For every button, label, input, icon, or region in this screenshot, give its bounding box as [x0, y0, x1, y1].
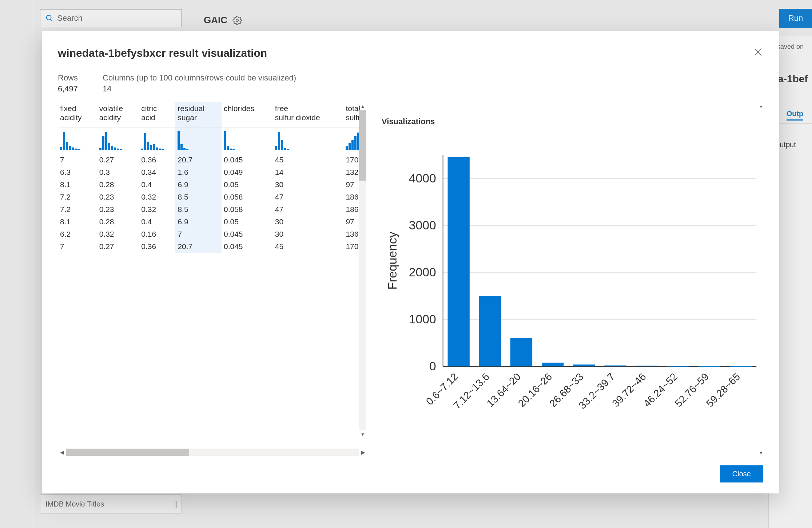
cell-volatile_acidity: 0.23 — [97, 203, 139, 216]
cell-chlorides: 0.049 — [222, 166, 273, 178]
viz-vertical-scrollbar[interactable]: ▲ ▼ — [757, 102, 765, 457]
sparkline-chlorides — [222, 127, 273, 154]
svg-rect-20 — [510, 338, 532, 366]
cell-chlorides: 0.058 — [222, 203, 273, 216]
rows-label: Rows — [58, 73, 78, 83]
cell-chlorides: 0.045 — [222, 228, 273, 240]
table-row[interactable]: 6.30.30.341.60.04914132 — [58, 166, 367, 178]
table-row[interactable]: 70.270.3620.70.04545170 — [58, 154, 367, 166]
columns-value: 14 — [103, 84, 296, 94]
table-row[interactable]: 7.20.230.328.50.05847186 — [58, 203, 367, 216]
column-header-volatile_acidity[interactable]: volatileacidity — [97, 102, 139, 127]
scroll-thumb[interactable] — [66, 449, 189, 456]
histogram-chart: 01000200030004000Frequency0.6~7.127.12~1… — [382, 133, 763, 457]
table-horizontal-scrollbar[interactable]: ◀ ▶ — [58, 448, 367, 457]
scroll-right-icon[interactable]: ▶ — [359, 449, 367, 455]
cell-free_sulfur_dioxide: 47 — [273, 203, 344, 216]
sparkline-free_sulfur_dioxide — [273, 127, 344, 154]
svg-text:39.72~46: 39.72~46 — [610, 371, 648, 409]
scroll-thumb[interactable] — [359, 110, 366, 181]
svg-text:13.64~20: 13.64~20 — [485, 371, 523, 409]
cell-residual_sugar: 6.9 — [175, 216, 222, 228]
cell-chlorides: 0.058 — [222, 191, 273, 203]
scroll-down-icon[interactable]: ▼ — [757, 449, 765, 457]
svg-text:52.76~59: 52.76~59 — [673, 371, 711, 409]
table-vertical-scrollbar[interactable]: ▲ ▼ — [358, 102, 367, 438]
histogram-svg: 01000200030004000Frequency0.6~7.127.12~1… — [382, 133, 763, 457]
cell-residual_sugar: 8.5 — [175, 203, 222, 216]
visualizations-title: Visualizations — [382, 117, 763, 126]
cell-citric_acid: 0.32 — [139, 203, 175, 216]
scroll-track[interactable] — [359, 110, 366, 430]
columns-meta: Columns (up to 100 columns/rows could be… — [103, 73, 296, 94]
cell-fixed_acidity: 8.1 — [58, 178, 97, 191]
svg-text:59.28~65: 59.28~65 — [704, 371, 742, 409]
cell-volatile_acidity: 0.32 — [97, 228, 139, 240]
cell-residual_sugar: 20.7 — [175, 240, 222, 253]
scroll-track[interactable] — [66, 449, 359, 456]
sparkline-fixed_acidity — [58, 127, 97, 154]
column-header-chlorides[interactable]: chlorides — [222, 102, 273, 127]
cell-chlorides: 0.05 — [222, 178, 273, 191]
table-row[interactable]: 8.10.280.46.90.053097 — [58, 178, 367, 191]
svg-text:46.24~52: 46.24~52 — [641, 371, 680, 409]
cell-citric_acid: 0.34 — [139, 166, 175, 178]
meta-row: Rows 6,497 Columns (up to 100 columns/ro… — [58, 73, 763, 94]
svg-rect-22 — [573, 365, 595, 366]
scroll-up-icon[interactable]: ▲ — [757, 102, 765, 110]
svg-text:Frequency: Frequency — [385, 232, 399, 289]
rows-meta: Rows 6,497 — [58, 73, 78, 94]
column-header-residual_sugar[interactable]: residualsugar — [175, 102, 222, 127]
cell-citric_acid: 0.36 — [139, 240, 175, 253]
cell-fixed_acidity: 6.3 — [58, 166, 97, 178]
svg-rect-18 — [448, 157, 470, 366]
close-icon — [753, 47, 763, 57]
svg-rect-24 — [636, 366, 658, 366]
column-header-citric_acid[interactable]: citricacid — [139, 102, 175, 127]
cell-chlorides: 0.045 — [222, 240, 273, 253]
scroll-down-icon[interactable]: ▼ — [358, 430, 367, 438]
cell-volatile_acidity: 0.28 — [97, 178, 139, 191]
cell-volatile_acidity: 0.23 — [97, 191, 139, 203]
cell-citric_acid: 0.36 — [139, 154, 175, 166]
cell-volatile_acidity: 0.28 — [97, 216, 139, 228]
cell-residual_sugar: 6.9 — [175, 178, 222, 191]
table-row[interactable]: 7.20.230.328.50.05847186 — [58, 191, 367, 203]
scroll-track[interactable] — [757, 110, 765, 449]
svg-rect-21 — [542, 363, 564, 366]
cell-chlorides: 0.045 — [222, 154, 273, 166]
table-scroll-area[interactable]: fixedacidityvolatileaciditycitricacidres… — [58, 102, 367, 448]
close-button-footer[interactable]: Close — [720, 465, 763, 482]
cell-free_sulfur_dioxide: 30 — [273, 216, 344, 228]
columns-label: Columns (up to 100 columns/rows could be… — [103, 73, 296, 83]
sparkline-citric_acid — [139, 127, 175, 154]
svg-text:1000: 1000 — [409, 312, 436, 326]
cell-residual_sugar: 7 — [175, 228, 222, 240]
table-row[interactable]: 8.10.280.46.90.053097 — [58, 216, 367, 228]
svg-rect-26 — [698, 366, 720, 367]
cell-free_sulfur_dioxide: 45 — [273, 154, 344, 166]
column-header-free_sulfur_dioxide[interactable]: freesulfur dioxide — [273, 102, 344, 127]
scroll-left-icon[interactable]: ◀ — [58, 449, 66, 455]
svg-rect-27 — [730, 366, 752, 367]
close-button[interactable] — [753, 47, 763, 57]
cell-chlorides: 0.05 — [222, 216, 273, 228]
column-header-fixed_acidity[interactable]: fixedacidity — [58, 102, 97, 127]
svg-text:3000: 3000 — [409, 218, 436, 232]
svg-text:2000: 2000 — [409, 265, 436, 279]
rows-value: 6,497 — [58, 84, 78, 94]
cell-fixed_acidity: 7.2 — [58, 203, 97, 216]
scroll-up-icon[interactable]: ▲ — [358, 102, 367, 110]
svg-text:0: 0 — [429, 359, 436, 373]
cell-citric_acid: 0.32 — [139, 191, 175, 203]
cell-fixed_acidity: 7 — [58, 154, 97, 166]
cell-volatile_acidity: 0.27 — [97, 240, 139, 253]
visualization-pane: Visualizations 01000200030004000Frequenc… — [382, 102, 763, 457]
cell-fixed_acidity: 6.2 — [58, 228, 97, 240]
svg-text:4000: 4000 — [409, 171, 436, 185]
table-row[interactable]: 70.270.3620.70.04545170 — [58, 240, 367, 253]
table-row[interactable]: 6.20.320.1670.04530136 — [58, 228, 367, 240]
cell-free_sulfur_dioxide: 30 — [273, 228, 344, 240]
data-table-pane: fixedacidityvolatileaciditycitricacidres… — [58, 102, 367, 457]
sparkline-residual_sugar — [175, 127, 222, 154]
